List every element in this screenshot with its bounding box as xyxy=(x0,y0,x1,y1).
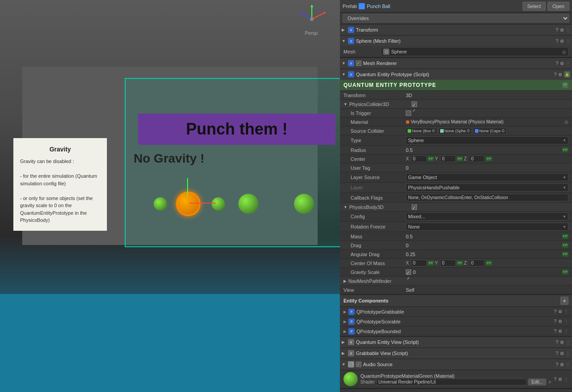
select-button[interactable]: Select xyxy=(523,2,546,11)
ball-green-1 xyxy=(238,194,258,214)
mesh-filter-more-btn[interactable]: ⋮ xyxy=(566,39,570,44)
quantum-view-more-btn[interactable]: ⋮ xyxy=(566,340,570,345)
type-dropdown[interactable]: Sphere xyxy=(406,136,568,144)
quantum-view-icon: # xyxy=(348,339,354,345)
mesh-pick-button[interactable]: ◎ xyxy=(562,49,566,54)
collider-row: None (Box © None (Sphe © None (Caps © xyxy=(406,128,568,134)
audio-source-more-btn[interactable]: ⋮ xyxy=(566,362,570,367)
audio-source-checkbox[interactable]: ✓ xyxy=(356,362,361,367)
mesh-filter-arrow: ▼ xyxy=(342,39,346,43)
transform-header[interactable]: ▶ # Transform ? ⚙ ⋮ xyxy=(340,24,572,35)
physics-body-header-row[interactable]: ▼ PhysicsBody3D ✓ xyxy=(340,203,572,212)
material-help-btn[interactable]: ? xyxy=(554,377,556,382)
grabbable-view-settings-btn[interactable]: ⚙ xyxy=(560,351,564,356)
nav-mesh-row[interactable]: ▶ NavMeshPathfinder xyxy=(340,277,572,286)
open-button[interactable]: Open xyxy=(547,2,569,11)
mesh-filter-settings-btn[interactable]: ⚙ xyxy=(560,39,564,44)
drag-fp: FP xyxy=(562,243,568,248)
mesh-renderer-icon: # xyxy=(348,60,354,66)
shader-row: Shader Universal Render Pipeline/Lit Edi… xyxy=(360,379,551,385)
bounded-settings-btn[interactable]: ⚙ xyxy=(558,329,562,334)
prefab-icon xyxy=(359,3,365,9)
prefab-left: Prefab Punch Ball xyxy=(343,3,390,9)
angular-drag-label: Angular Drag xyxy=(343,252,406,257)
gravity-card: Gravity Gravity can be disabled : - for … xyxy=(13,138,107,231)
mesh-renderer-actions: ? ⚙ ⋮ xyxy=(556,61,570,66)
drag-label: Drag xyxy=(343,243,406,248)
audio-source-header[interactable]: ▼ 🔊 ✓ Audio Source ? ⚙ ⋮ xyxy=(340,359,572,370)
bounded-more-btn[interactable]: ⋮ xyxy=(564,329,568,334)
physics-body-checkbox[interactable]: ✓ xyxy=(412,204,417,210)
rotation-freeze-dropdown[interactable]: None xyxy=(406,223,568,231)
prefab-label: Prefab xyxy=(343,4,357,9)
is-trigger-checkbox[interactable] xyxy=(406,110,411,116)
quantum-entity-settings-btn[interactable]: ⚙ xyxy=(558,72,562,77)
center-z-field: Z FP xyxy=(464,155,492,162)
center-y-input[interactable] xyxy=(440,155,456,162)
collider-item-3[interactable]: None (Caps © xyxy=(473,128,507,134)
scorable-more-btn[interactable]: ⋮ xyxy=(564,319,568,324)
overrides-dropdown[interactable]: Overrides xyxy=(343,14,569,23)
config-label: Config xyxy=(343,214,406,219)
mesh-renderer-more-btn[interactable]: ⋮ xyxy=(566,61,570,66)
prop-layer-source: Layer Source Game Object xyxy=(340,172,572,183)
collider-item-2[interactable]: None (Sphe © xyxy=(438,128,472,134)
com-y-input[interactable] xyxy=(440,260,456,266)
grabbable-view-help-btn[interactable]: ? xyxy=(556,351,558,356)
material-name: QuantumPrototypeMaterialGreen (Material) xyxy=(360,373,551,379)
shader-dropdown[interactable]: Universal Render Pipeline/Lit xyxy=(376,379,527,385)
quantum-entity-header[interactable]: ▼ # Quantum Entity Prototype (Script) ? … xyxy=(340,69,572,80)
mesh-renderer-header[interactable]: ▼ # ✓ Mesh Renderer ? ⚙ ⋮ xyxy=(340,58,572,69)
add-entity-comp-button[interactable]: + xyxy=(560,297,568,305)
mesh-renderer-settings-btn[interactable]: ⚙ xyxy=(560,61,564,66)
scorable-help-btn[interactable]: ? xyxy=(554,319,556,324)
material-settings-btn[interactable]: ⚙ xyxy=(558,377,562,382)
scorable-name: QPrototypeScorable xyxy=(356,319,552,324)
center-x-input[interactable] xyxy=(411,155,427,162)
gravity-scale-checkbox[interactable]: ✓ xyxy=(406,270,411,275)
center-z-input[interactable] xyxy=(469,155,485,162)
mesh-renderer-checkbox[interactable]: ✓ xyxy=(356,61,361,66)
com-x-input[interactable] xyxy=(411,260,427,266)
collider-item-1[interactable]: None (Box © xyxy=(406,128,437,134)
mesh-filter-help-btn[interactable]: ? xyxy=(556,39,558,44)
mesh-filter-actions: ? ⚙ ⋮ xyxy=(556,39,570,44)
gravity-card-title: Gravity xyxy=(20,145,100,154)
shader-list-icon[interactable]: ≡ xyxy=(549,380,552,384)
drag-value: 0 xyxy=(406,243,562,248)
material-pick-btn[interactable]: ◎ xyxy=(564,119,568,124)
grabbable-more-btn[interactable]: ⋮ xyxy=(564,309,568,314)
rotation-freeze-value: None xyxy=(408,224,420,229)
quantum-view-help-btn[interactable]: ? xyxy=(556,340,558,345)
shader-edit-button[interactable]: Edit... xyxy=(528,379,546,385)
angular-drag-fp: FP xyxy=(562,252,568,257)
grabbable-view-more-btn[interactable]: ⋮ xyxy=(566,351,570,356)
quantum-entity-help-btn[interactable]: ? xyxy=(554,72,556,77)
transform-help-btn[interactable]: ? xyxy=(556,28,558,33)
quantum-view-settings-btn[interactable]: ⚙ xyxy=(560,340,564,345)
bounded-help-btn[interactable]: ? xyxy=(554,329,556,334)
mesh-filter-header[interactable]: ▼ # Sphere (Mesh Filter) ? ⚙ ⋮ xyxy=(340,36,572,46)
physics-collider-header-row[interactable]: ▼ PhysicsCollider3D ✓ xyxy=(340,100,572,109)
physics-collider-checkbox[interactable]: ✓ xyxy=(412,102,417,107)
grabbable-view-header[interactable]: ▶ # Grabbable View (Script) ? ⚙ ⋮ xyxy=(340,348,572,359)
center-xyz: X FP Y FP Z FP xyxy=(406,155,568,162)
config-dropdown[interactable]: Mixed... xyxy=(406,212,568,220)
layer-source-dropdown[interactable]: Game Object xyxy=(406,173,568,181)
mesh-renderer-help-btn[interactable]: ? xyxy=(556,61,558,66)
transform-settings-btn[interactable]: ⚙ xyxy=(560,28,564,33)
transform-more-btn[interactable]: ⋮ xyxy=(566,28,570,33)
physics-collider-label: PhysicsCollider3D xyxy=(349,102,412,107)
com-z-input[interactable] xyxy=(469,260,485,266)
mesh-filter-name: Sphere (Mesh Filter) xyxy=(356,38,554,44)
layer-dropdown[interactable]: PhysicsHandsPushable xyxy=(406,184,568,192)
com-z-fp: FP xyxy=(486,261,492,265)
audio-source-arrow: ▼ xyxy=(342,362,346,367)
grabbable-help-btn[interactable]: ? xyxy=(554,309,556,314)
quantum-view-header[interactable]: ▶ # Quantum Entity View (Script) ? ⚙ ⋮ xyxy=(340,337,572,347)
audio-source-help-btn[interactable]: ? xyxy=(556,362,558,367)
scorable-settings-btn[interactable]: ⚙ xyxy=(558,319,562,324)
audio-source-settings-btn[interactable]: ⚙ xyxy=(560,362,564,367)
material-more-btn[interactable]: ⋮ xyxy=(564,377,568,382)
grabbable-settings-btn[interactable]: ⚙ xyxy=(558,309,562,314)
